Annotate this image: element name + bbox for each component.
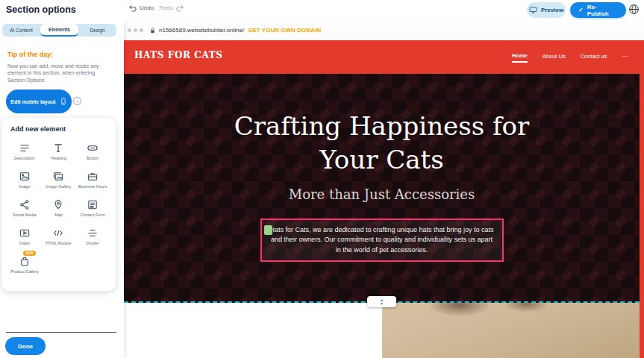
element-map[interactable]: Map [42,197,76,218]
element-product-gallery[interactable]: NEW Product Gallery [7,254,42,274]
element-divider[interactable]: Divider [75,225,110,246]
element-video[interactable]: Video [7,225,42,246]
arrow-down-icon: ▼ [380,302,384,306]
new-badge: NEW [23,251,36,256]
browser-dots [128,28,143,32]
social-media-icon [19,197,31,210]
add-element-panel: Add new element Description Heading Butt… [1,118,116,291]
cat-carpet-image [382,303,640,358]
topbar: Section options Undo Redo Preview ✓ Re-P… [0,0,644,21]
edit-mobile-layout-button[interactable]: Edit mobile layout [6,90,72,113]
republish-button[interactable]: ✓ Re-Publish [570,2,626,18]
business-hours-icon [87,169,99,182]
video-icon [19,225,31,239]
nav-home[interactable]: Home [512,52,528,63]
element-grid: Description Heading Button Image [7,140,110,274]
browser-address-bar: n1566589.websitebuilder.online/ GET YOUR… [124,21,644,40]
check-icon: ✓ [578,7,584,13]
info-icon[interactable]: i [73,97,81,105]
hero-title[interactable]: Crafting Happiness for Your Cats [124,110,640,177]
element-button[interactable]: Button [75,140,110,161]
heading-icon [52,140,64,154]
hero-title-line2: Your Cats [124,143,640,177]
element-heading[interactable]: Heading [42,140,76,161]
redo-button[interactable]: Redo [159,4,184,12]
site-scrollbar[interactable] [640,40,644,358]
hero-text-element-selected[interactable]: Hats for Cats, we are dedicated to craft… [260,219,504,263]
language-globe-icon[interactable] [628,4,640,15]
website-preview: Hats for Cats Home About Us Contact us ⋯… [124,40,644,358]
hero-body-text: Hats for Cats, we are dedicated to craft… [269,226,493,254]
element-drag-handle[interactable] [264,225,272,235]
element-social-media[interactable]: Social Media [7,197,42,218]
site-nav: Home About Us Contact us ⋯ [512,40,628,74]
hero-section: Crafting Happiness for Your Cats More th… [124,74,640,303]
undo-button[interactable]: Undo [128,4,154,12]
tab-design[interactable]: Design [78,24,116,37]
element-contact-form[interactable]: Contact Form [75,197,110,218]
site-header: Hats for Cats Home About Us Contact us ⋯ [124,40,644,74]
next-section [124,303,640,358]
sidebar-tabs: AI Content Elements Design [2,24,116,37]
browser-dot [128,28,131,32]
mobile-phone-icon [60,96,67,107]
tip-of-the-day-body: Now you can add, move and resize any ele… [7,63,113,84]
preview-button[interactable]: Preview [527,2,566,18]
button-icon [87,140,99,154]
redo-icon [176,4,184,12]
hero-subtitle[interactable]: More than Just Accessories [124,186,640,202]
image-icon [19,169,31,182]
map-icon [52,197,64,210]
tab-elements[interactable]: Elements [40,24,78,37]
nav-about-us[interactable]: About Us [543,53,566,62]
browser-dot [134,28,137,32]
get-domain-link[interactable]: GET YOUR OWN DOMAIN [248,27,321,34]
add-panel-title: Add new element [7,125,110,133]
tip-of-the-day-title: Tip of the day: [7,51,53,58]
history-controls: Undo Redo [128,4,184,12]
undo-icon [128,4,137,12]
element-image-gallery[interactable]: Image Gallery [42,169,76,189]
browser-dot [140,28,143,32]
section-resize-handle[interactable]: ▲ ▼ [367,296,396,307]
page-title: Section options [6,4,76,15]
site-url: n1566589.websitebuilder.online/ [159,27,244,34]
nav-more-icon[interactable]: ⋯ [622,53,628,62]
description-icon [19,140,31,154]
lock-icon [149,27,156,34]
html-module-icon [52,225,64,239]
element-image[interactable]: Image [7,169,42,189]
tab-ai-content[interactable]: AI Content [2,24,40,37]
hero-title-line1: Crafting Happiness for [124,110,640,143]
nav-contact-us[interactable]: Contact us [581,53,607,62]
next-section-blank [124,303,382,358]
image-gallery-icon [52,169,64,182]
element-html-module[interactable]: HTML Module [42,225,76,246]
done-button[interactable]: Done [5,337,46,355]
element-description[interactable]: Description [7,140,42,161]
monitor-icon [529,6,537,14]
element-business-hours[interactable]: Business Hours [75,169,110,189]
divider-icon [87,225,99,239]
section-options-sidebar: AI Content Elements Design Tip of the da… [0,21,124,358]
contact-form-icon [87,197,99,210]
sidebar-divider [6,332,116,333]
site-logo[interactable]: Hats for Cats [134,50,223,60]
